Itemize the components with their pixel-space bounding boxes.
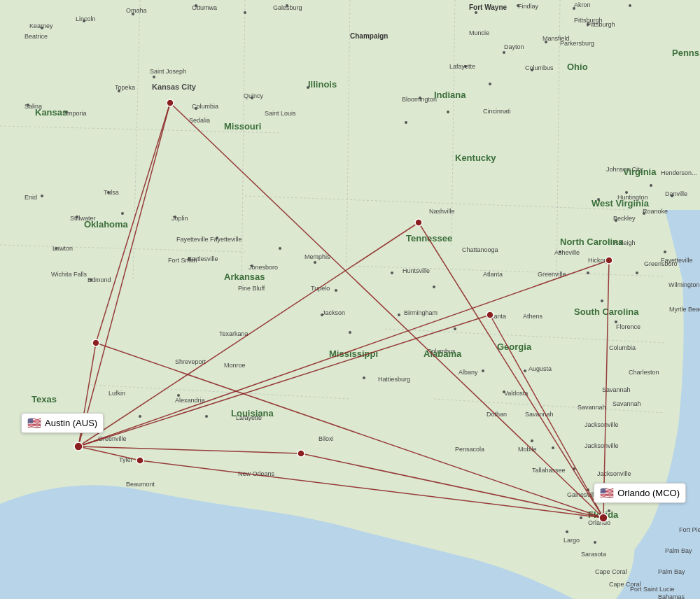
svg-text:Ohio: Ohio [567, 62, 588, 72]
svg-text:Jacksonville: Jacksonville [584, 442, 619, 449]
svg-text:Jacksonville: Jacksonville [597, 470, 631, 477]
svg-text:Sedalia: Sedalia [189, 117, 210, 124]
svg-text:Sarasota: Sarasota [581, 551, 606, 558]
svg-point-51 [139, 415, 141, 418]
svg-text:Dayton: Dayton [504, 43, 524, 50]
svg-point-57 [363, 376, 365, 379]
svg-text:Henderson...: Henderson... [661, 169, 697, 176]
svg-text:Charleston: Charleston [629, 369, 659, 376]
svg-text:Lawton: Lawton [52, 245, 73, 252]
svg-text:Tennessee: Tennessee [406, 233, 452, 244]
svg-text:Asheville: Asheville [554, 249, 580, 256]
svg-point-78 [664, 251, 666, 253]
svg-text:Lafayette: Lafayette [449, 63, 475, 70]
svg-text:Penns...: Penns... [672, 48, 700, 58]
svg-text:Akron: Akron [574, 1, 591, 8]
aus-label-text: Austin (AUS) [45, 418, 97, 428]
svg-point-70 [566, 530, 568, 533]
svg-text:Kentucky: Kentucky [455, 153, 496, 163]
svg-point-232 [486, 311, 493, 318]
airport-label-mco: 🇺🇸 Orlando (MCO) [594, 483, 686, 503]
svg-text:Roanoke: Roanoke [643, 208, 668, 215]
mco-flag: 🇺🇸 [600, 486, 614, 500]
svg-point-66 [552, 446, 554, 449]
svg-text:Biloxi: Biloxi [318, 435, 334, 442]
svg-text:Fayetteville: Fayetteville [176, 236, 209, 243]
svg-point-64 [524, 369, 526, 372]
svg-text:Louisiana: Louisiana [231, 408, 274, 418]
svg-text:Findlay: Findlay [518, 3, 539, 10]
svg-point-55 [335, 289, 337, 292]
svg-point-32 [503, 51, 505, 54]
svg-point-62 [482, 369, 484, 372]
svg-point-60 [433, 286, 435, 288]
svg-text:Athens: Athens [523, 313, 543, 320]
svg-text:Saint Louis: Saint Louis [265, 110, 296, 117]
svg-text:Tupelo: Tupelo [311, 285, 330, 292]
svg-text:Alabama: Alabama [424, 348, 462, 359]
svg-point-58 [391, 272, 393, 274]
svg-text:West Virginia: West Virginia [592, 198, 650, 209]
svg-text:Texas: Texas [31, 394, 57, 404]
svg-text:South Carolina: South Carolina [574, 306, 639, 317]
svg-text:Myrtle Beach: Myrtle Beach [669, 306, 700, 313]
svg-point-228 [92, 339, 99, 346]
svg-text:Pensacola: Pensacola [455, 446, 484, 453]
svg-text:North Carolina: North Carolina [560, 237, 624, 247]
svg-text:Bloomington: Bloomington [402, 96, 437, 103]
svg-text:Wilmington: Wilmington [668, 281, 700, 288]
svg-text:Largo: Largo [564, 537, 580, 544]
svg-text:Fayetteville: Fayetteville [210, 236, 242, 243]
mco-label-text: Orlando (MCO) [617, 488, 680, 498]
svg-text:Albany: Albany [458, 369, 478, 376]
svg-text:Monroe: Monroe [224, 362, 246, 369]
svg-text:Pine Bluff: Pine Bluff [238, 285, 265, 292]
aus-flag: 🇺🇸 [27, 416, 41, 430]
svg-point-49 [279, 247, 281, 250]
svg-text:Kansas: Kansas [35, 107, 67, 118]
svg-text:Tulsa: Tulsa [104, 189, 119, 196]
svg-text:Savannah: Savannah [612, 400, 641, 407]
svg-text:Lufkin: Lufkin [108, 390, 125, 397]
svg-text:Edmond: Edmond [88, 276, 111, 283]
svg-text:Jacksonville: Jacksonville [584, 421, 619, 428]
svg-text:Augusta: Augusta [528, 365, 552, 372]
svg-point-65 [531, 439, 533, 442]
svg-text:Nashville: Nashville [429, 208, 455, 215]
svg-point-59 [398, 313, 400, 316]
svg-point-74 [587, 272, 589, 274]
svg-text:Beatrice: Beatrice [24, 33, 48, 40]
svg-text:Omaha: Omaha [126, 7, 147, 14]
svg-point-75 [601, 300, 603, 302]
airport-label-aus: 🇺🇸 Austin (AUS) [21, 413, 104, 433]
map-container: Kearney Lincoln Omaha Ottumwa Galesburg … [0, 0, 700, 599]
svg-text:Oklahoma: Oklahoma [84, 219, 129, 230]
svg-point-36 [447, 111, 449, 113]
svg-text:Georgia: Georgia [497, 341, 532, 352]
svg-text:Muncie: Muncie [469, 29, 489, 36]
svg-text:Enid: Enid [24, 194, 37, 201]
svg-text:Columbia: Columbia [609, 344, 636, 351]
svg-text:Beckley: Beckley [613, 215, 636, 222]
svg-text:Fayetteville: Fayetteville [661, 257, 693, 264]
svg-text:Port Saint Lucie: Port Saint Lucie [630, 586, 675, 593]
svg-text:Texarkana: Texarkana [219, 330, 248, 337]
svg-point-61 [454, 327, 456, 330]
svg-point-69 [580, 516, 582, 519]
svg-point-17 [244, 11, 246, 14]
svg-text:Columbus: Columbus [525, 64, 554, 71]
svg-point-53 [205, 415, 208, 418]
svg-point-231 [415, 219, 422, 226]
svg-text:Ottumwa: Ottumwa [192, 4, 217, 11]
svg-text:Hattiesburg: Hattiesburg [378, 376, 410, 383]
svg-text:Huntsville: Huntsville [402, 267, 430, 274]
svg-text:Dothan: Dothan [486, 411, 507, 418]
svg-point-81 [650, 184, 652, 187]
svg-text:Quincy: Quincy [244, 92, 264, 99]
svg-text:Florence: Florence [616, 323, 640, 330]
svg-text:Palm Bay: Palm Bay [658, 568, 685, 575]
svg-text:Fort Wayne: Fort Wayne [469, 3, 507, 11]
svg-text:Palm Bay: Palm Bay [665, 547, 692, 554]
svg-text:Atlanta: Atlanta [483, 271, 503, 278]
svg-text:Joplin: Joplin [172, 215, 188, 222]
